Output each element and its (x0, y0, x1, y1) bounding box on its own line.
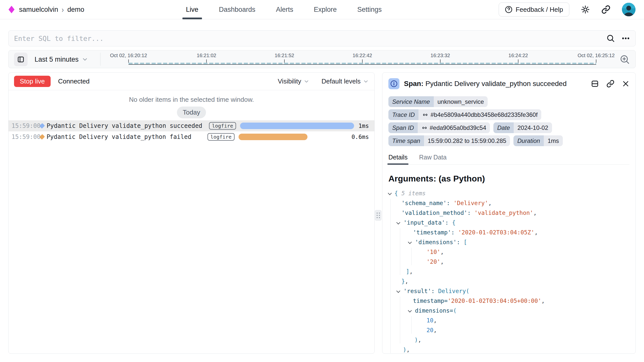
code-token: 'result': (403, 288, 438, 294)
sql-filter-input[interactable] (14, 35, 606, 42)
code-line: 'schema_name': 'Delivery', (388, 198, 629, 208)
duration-bar-track (239, 134, 352, 140)
badge-label: Span ID (388, 122, 418, 133)
filter-more-options-button[interactable] (621, 34, 630, 43)
time-range-dropdown[interactable]: Last 5 minutes (35, 50, 88, 68)
panel-bottom-icon (591, 80, 599, 88)
default-levels-dropdown[interactable]: Default levels (321, 77, 369, 85)
breadcrumb-org[interactable]: samuelcolvin (19, 6, 58, 14)
tab-explore[interactable]: Explore (314, 0, 337, 19)
code-token: 'input_data': (403, 219, 452, 226)
avatar[interactable] (622, 3, 635, 16)
breadcrumb-project[interactable]: demo (67, 6, 84, 14)
duration-bar (240, 123, 354, 129)
open-in-drawer-button[interactable] (591, 80, 599, 88)
badge-value: 1ms (544, 135, 563, 146)
collapse-chevron-icon[interactable] (396, 221, 400, 225)
code-line: '10', (388, 247, 629, 257)
close-panel-button[interactable] (622, 80, 629, 87)
sidebar-toggle-button[interactable] (14, 53, 28, 66)
top-nav-bar: samuelcolvin › demo LiveDashboardsAlerts… (0, 0, 644, 19)
chevron-down-icon (82, 56, 88, 63)
empty-window-message: No older items in the selected time wind… (9, 96, 374, 104)
tab-settings[interactable]: Settings (357, 0, 382, 19)
code-token: , (434, 317, 437, 324)
tab-details[interactable]: Details (388, 154, 407, 164)
code-token: , (488, 200, 492, 206)
timeline-tick (206, 59, 207, 63)
code-token: , (418, 337, 421, 343)
code-token: , (405, 278, 408, 285)
badge-label: Time span (388, 135, 424, 146)
code-line: ], (388, 267, 629, 277)
duration-bar (239, 134, 307, 140)
badge-value[interactable]: #b4e5809a440dbb3458e68d2335fe360f (418, 109, 541, 120)
code-token: '2020-01-02T03:04:05Z' (458, 229, 534, 236)
log-row-time: 15:59:00 (12, 133, 38, 140)
code-token: timestamp= (413, 298, 448, 304)
code-token: , (406, 346, 410, 353)
attribute-badge-service-name: Service Nameunknown_service (388, 96, 488, 107)
ellipsis-icon (621, 34, 630, 43)
timeline-axis (129, 63, 596, 65)
collapse-chevron-icon[interactable] (408, 309, 412, 313)
info-icon (388, 78, 399, 89)
code-token: 'timestamp': (413, 229, 458, 236)
feedback-help-label: Feedback / Help (516, 6, 563, 14)
code-token: ] (406, 268, 409, 275)
badge-label: Date (493, 122, 514, 133)
arguments-json-tree: { 5 items'schema_name': 'Delivery','vali… (388, 189, 629, 354)
code-token: 'validation_method': (401, 210, 474, 216)
copy-span-link-button[interactable] (606, 80, 614, 88)
visibility-dropdown[interactable]: Visibility (278, 77, 309, 85)
log-row-tag: logfire (209, 122, 236, 130)
code-token: 'dimensions': (415, 239, 464, 245)
log-rows: 15:59:00Pydantic Delivery validate_pytho… (9, 120, 374, 142)
code-line: dimensions=( (388, 306, 629, 316)
timeline-tick-label: Oct 02, 16:25:12 (578, 53, 615, 58)
log-row-duration: 1ms (354, 123, 374, 129)
badge-row: Service Nameunknown_service (388, 96, 629, 107)
share-link-button[interactable] (601, 5, 610, 14)
code-token: , (541, 298, 545, 304)
stop-live-button[interactable]: Stop live (14, 76, 51, 87)
timeline-tick-label: 16:22:42 (353, 53, 372, 58)
log-row[interactable]: 15:59:00Pydantic Delivery validate_pytho… (9, 120, 374, 131)
span-detail-header: Span:Pydantic Delivery validate_python s… (388, 77, 629, 91)
timeline-zoom-button[interactable] (619, 54, 630, 65)
question-circle-icon (505, 6, 512, 13)
log-row-duration: 0.6ms (352, 134, 374, 140)
code-token: '20' (426, 258, 440, 265)
collapse-chevron-icon[interactable] (408, 240, 412, 244)
date-chip: Today (177, 107, 206, 118)
panel-resize-handle[interactable] (375, 210, 381, 221)
code-token: , (534, 229, 538, 236)
code-token: 'Delivery' (454, 200, 488, 206)
code-line: ), (388, 335, 629, 345)
log-row[interactable]: 15:59:00Pydantic Delivery validate_pytho… (9, 131, 374, 142)
timeline-tick-label: 16:23:32 (431, 53, 450, 58)
theme-toggle-button[interactable] (581, 5, 590, 14)
time-range-bar: Last 5 minutes Oct 02, 16:20:1216:21:021… (8, 50, 636, 68)
logfire-logo[interactable] (9, 6, 15, 13)
divider (100, 53, 100, 66)
search-button[interactable] (606, 34, 615, 43)
log-row-time: 15:59:00 (12, 122, 38, 129)
code-line: 'input_data': { (388, 218, 629, 228)
badge-value[interactable]: #eda9065a0bd39c54 (418, 122, 490, 133)
collapse-chevron-icon[interactable] (396, 289, 400, 293)
code-line: 'result': Delivery( (388, 286, 629, 296)
attribute-badge-date: Date2024-10-02 (493, 122, 552, 133)
tab-alerts[interactable]: Alerts (276, 0, 293, 19)
search-icon (606, 34, 615, 43)
code-line: '20', (388, 257, 629, 267)
tab-raw-data[interactable]: Raw Data (419, 154, 447, 164)
attribute-badge-duration: Duration1ms (513, 135, 563, 146)
zoom-in-icon (619, 54, 630, 65)
close-icon (622, 80, 629, 87)
tab-dashboards[interactable]: Dashboards (219, 0, 256, 19)
collapse-chevron-icon[interactable] (388, 191, 392, 195)
log-level-diamond-icon (38, 124, 47, 128)
tab-live[interactable]: Live (186, 0, 198, 19)
feedback-help-button[interactable]: Feedback / Help (499, 3, 569, 17)
